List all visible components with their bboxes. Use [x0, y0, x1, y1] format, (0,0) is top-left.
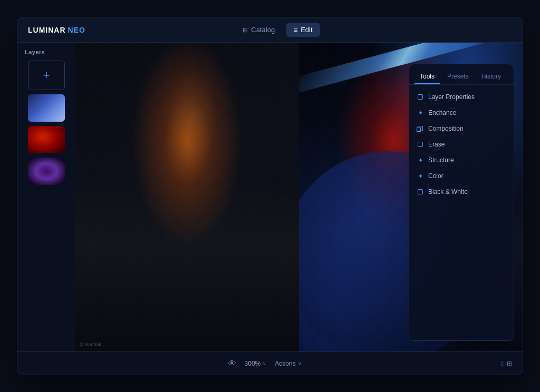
- layer-thumbnail-3[interactable]: [28, 158, 65, 185]
- enchance-icon: ✦: [417, 109, 424, 116]
- tab-history[interactable]: History: [476, 70, 506, 84]
- zoom-chevron-icon: ∨: [263, 361, 266, 366]
- catalog-icon: ⊟: [243, 26, 248, 34]
- tab-tools[interactable]: Tools: [414, 70, 440, 84]
- color-icon: ✦: [417, 172, 424, 180]
- canvas-area: © mochak Tools: [75, 43, 523, 351]
- tab-catalog[interactable]: ⊟ Catalog: [235, 23, 282, 37]
- actions-button[interactable]: Actions ∨: [275, 360, 301, 367]
- nav-tabs: ⊟ Catalog ≡ Edit: [235, 23, 320, 37]
- tools-list: Layer Properties ✦ Enchance Composition: [409, 85, 514, 204]
- windows-icon: ⊞: [507, 360, 512, 367]
- tab-edit[interactable]: ≡ Edit: [286, 23, 320, 37]
- tab-presets[interactable]: Presets: [442, 70, 474, 84]
- layer-thumbnail-2[interactable]: [28, 126, 65, 153]
- add-icon: +: [43, 68, 50, 82]
- zoom-indicator[interactable]: 300% ∨: [245, 360, 267, 367]
- bottom-bar: 👁 300% ∨ Actions ∨  ⊞: [17, 351, 523, 375]
- erase-icon: [417, 141, 424, 148]
- tool-enchance[interactable]: ✦ Enchance: [409, 105, 514, 121]
- layer-thumbnail-1[interactable]: [28, 94, 65, 122]
- layers-label: Layers: [23, 48, 70, 56]
- photo-panel-before: © mochak: [75, 43, 299, 351]
- bw-icon: [417, 188, 424, 195]
- main-content: Layers + © mochak: [17, 43, 523, 351]
- zoom-value: 300%: [245, 360, 261, 367]
- apple-icon: : [501, 359, 504, 367]
- catalog-label: Catalog: [251, 26, 275, 34]
- logo-luminar: LUMINAR: [28, 26, 66, 34]
- app-window: LUMINAR NEO ⊟ Catalog ≡ Edit Layers +: [17, 17, 523, 375]
- app-logo: LUMINAR NEO: [28, 26, 85, 34]
- bottom-center: 👁 300% ∨ Actions ∨: [228, 359, 302, 368]
- tool-black-white[interactable]: Black & White: [409, 184, 514, 200]
- structure-icon: ✦: [417, 156, 424, 164]
- layers-panel: Layers +: [17, 43, 75, 351]
- tools-tabs: Tools Presets History: [409, 64, 514, 85]
- platform-icons:  ⊞: [501, 359, 512, 367]
- layer-properties-icon: [417, 93, 424, 101]
- visibility-icon[interactable]: 👁: [228, 359, 236, 368]
- tool-layer-properties[interactable]: Layer Properties: [409, 89, 514, 105]
- title-bar: LUMINAR NEO ⊟ Catalog ≡ Edit: [17, 17, 523, 43]
- before-image: [75, 43, 299, 351]
- edit-icon: ≡: [294, 26, 297, 34]
- edit-label: Edit: [301, 26, 312, 34]
- watermark: © mochak: [80, 342, 101, 347]
- tool-structure[interactable]: ✦ Structure: [409, 152, 514, 168]
- logo-neo: NEO: [68, 26, 85, 34]
- actions-chevron-icon: ∨: [298, 361, 302, 366]
- add-layer-button[interactable]: +: [28, 61, 65, 90]
- tool-erase[interactable]: Erase: [409, 136, 514, 152]
- actions-label: Actions: [275, 360, 295, 367]
- bottom-right:  ⊞: [501, 359, 512, 367]
- tool-composition[interactable]: Composition: [409, 121, 514, 136]
- tools-panel: Tools Presets History Layer Properties: [409, 64, 514, 341]
- composition-icon: [417, 125, 424, 132]
- tool-color[interactable]: ✦ Color: [409, 168, 514, 184]
